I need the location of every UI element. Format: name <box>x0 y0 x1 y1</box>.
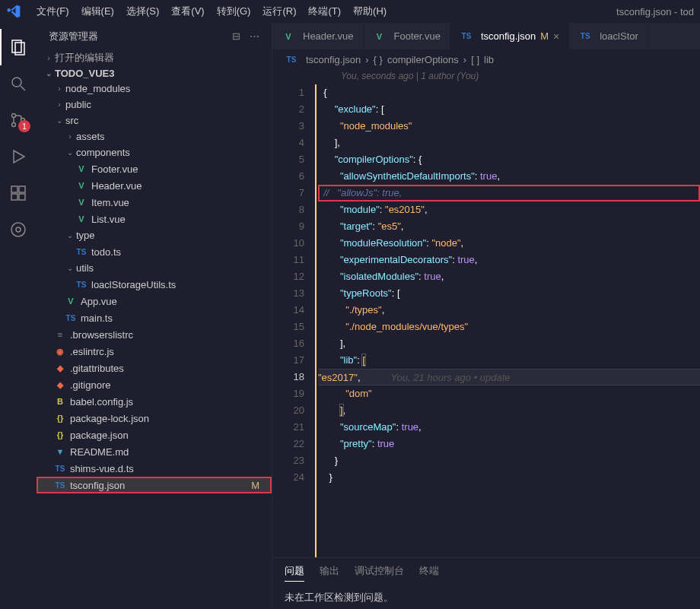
file-item[interactable]: TSloaclStorageUtils.ts <box>37 276 272 293</box>
code-line[interactable]: "typeRoots": [ <box>318 285 700 302</box>
menu-item[interactable]: 选择(S) <box>120 5 165 18</box>
folder-item[interactable]: ⌄utils <box>37 260 272 276</box>
panel-tab[interactable]: 输出 <box>320 564 339 582</box>
code-line[interactable]: "isolatedModules": true, <box>318 268 700 285</box>
file-item[interactable]: TSmain.ts <box>37 309 272 326</box>
code-line[interactable]: "node_modules" <box>318 118 700 135</box>
project-section[interactable]: ⌄ TODO_VUE3 <box>37 66 272 81</box>
file-item[interactable]: ◆.gitattributes <box>37 360 272 376</box>
code-line[interactable]: "sourceMap": true, <box>318 419 700 436</box>
code-line[interactable]: { <box>318 84 700 101</box>
code-line[interactable]: "target": "es5", <box>318 218 700 235</box>
code-line[interactable]: "lib": [ <box>318 352 700 369</box>
source-control-icon[interactable]: 1 <box>0 102 37 138</box>
svg-point-4 <box>12 114 16 118</box>
editor-tab[interactable]: VFooter.vue <box>364 23 450 49</box>
file-item[interactable]: TStodo.ts <box>37 243 272 260</box>
file-item[interactable]: TSshims-vue.d.ts <box>37 460 272 477</box>
sidebar-header: 资源管理器 ⊟ ⋯ <box>37 23 272 49</box>
chevron-down-icon: ⌄ <box>53 116 65 125</box>
file-item[interactable]: VFooter.vue <box>37 160 272 177</box>
menubar: 文件(F)编辑(E)选择(S)查看(V)转到(G)运行(R)终端(T)帮助(H)… <box>0 0 700 23</box>
code-line[interactable]: "es2017",You, 21 hours ago • update <box>318 369 700 385</box>
code-line[interactable]: "experimentalDecorators": true, <box>318 252 700 268</box>
editor-tab[interactable]: TStsconfig.jsonM× <box>450 23 569 49</box>
svg-point-5 <box>12 123 16 127</box>
code-line[interactable]: "module": "es2015", <box>318 201 700 218</box>
code-line[interactable]: ], <box>318 402 700 419</box>
breadcrumb[interactable]: TS tsconfig.json › { } compilerOptions ›… <box>272 49 700 69</box>
svg-rect-7 <box>11 186 18 192</box>
menu-item[interactable]: 编辑(E) <box>75 5 120 18</box>
code-line[interactable]: "exclude": [ <box>318 101 700 118</box>
modified-indicator: M <box>251 480 266 491</box>
folder-item[interactable]: ›public <box>37 97 272 113</box>
file-item[interactable]: ◉.eslintrc.js <box>37 343 272 360</box>
svg-point-11 <box>11 223 25 236</box>
more-icon[interactable]: ⋯ <box>250 30 259 42</box>
menu-item[interactable]: 帮助(H) <box>347 5 393 18</box>
folder-item[interactable]: ›node_modules <box>37 81 272 97</box>
close-icon[interactable]: × <box>553 30 559 43</box>
git-blame-header: You, seconds ago | 1 author (You) <box>272 69 700 84</box>
editor-tab[interactable]: TSloaclStor <box>569 23 648 49</box>
folder-item[interactable]: ›assets <box>37 128 272 144</box>
code-line[interactable]: "moduleResolution": "node", <box>318 235 700 252</box>
editor-tabs: VHeader.vueVFooter.vueTStsconfig.jsonM×T… <box>272 23 700 49</box>
menu-item[interactable]: 转到(G) <box>211 5 257 18</box>
menu-item[interactable]: 查看(V) <box>165 5 210 18</box>
code-line[interactable]: "pretty": true <box>318 436 700 452</box>
extensions-icon[interactable] <box>0 175 37 211</box>
open-editors-section[interactable]: › 打开的编辑器 <box>37 49 272 66</box>
file-item[interactable]: VList.vue <box>37 211 272 227</box>
file-item[interactable]: VApp.vue <box>37 293 272 309</box>
file-item[interactable]: {}package.json <box>37 427 272 443</box>
file-item[interactable]: ◆.gitignore <box>37 376 272 393</box>
file-item[interactable]: VHeader.vue <box>37 177 272 194</box>
code-editor[interactable]: 123456789101112131415161718192021222324 … <box>272 84 700 557</box>
panel-tab[interactable]: 问题 <box>285 564 304 582</box>
remote-icon[interactable] <box>0 211 37 248</box>
search-icon[interactable] <box>0 65 37 102</box>
menu-item[interactable]: 终端(T) <box>302 5 347 18</box>
svg-point-2 <box>12 78 21 87</box>
eslint-icon: ◉ <box>53 345 67 357</box>
file-item[interactable]: ▼README.md <box>37 443 272 460</box>
activity-bar: 1 <box>0 23 37 609</box>
folder-item[interactable]: ⌄type <box>37 227 272 243</box>
file-item[interactable]: Bbabel.config.js <box>37 393 272 410</box>
chevron-right-icon: › <box>43 54 55 62</box>
svg-rect-10 <box>19 186 25 192</box>
code-line[interactable]: "./node_modules/vue/types" <box>318 319 700 335</box>
file-item[interactable]: TStsconfig.jsonM <box>37 477 272 493</box>
menu-item[interactable]: 文件(F) <box>30 5 75 18</box>
code-line[interactable]: ], <box>318 335 700 352</box>
editor-tab[interactable]: VHeader.vue <box>272 23 364 49</box>
chevron-down-icon: ⌄ <box>64 148 76 157</box>
code-line[interactable]: "allowSyntheticDefaultImports": true, <box>318 168 700 185</box>
folder-item[interactable]: ⌄components <box>37 144 272 160</box>
sidebar-action-icon[interactable]: ⊟ <box>232 30 240 42</box>
menu-item[interactable]: 运行(R) <box>256 5 302 18</box>
run-debug-icon[interactable] <box>0 138 37 175</box>
code-line[interactable]: } <box>318 452 700 469</box>
file-item[interactable]: VItem.vue <box>37 194 272 211</box>
code-line[interactable]: ], <box>318 135 700 151</box>
code-line[interactable]: // "allowJs": true, <box>318 185 700 201</box>
code-line[interactable]: "./types", <box>318 302 700 319</box>
svg-line-3 <box>21 86 25 90</box>
vue-icon: V <box>373 30 387 43</box>
code-line[interactable]: "dom" <box>318 385 700 402</box>
ts-icon: TS <box>75 246 88 258</box>
panel-tab[interactable]: 调试控制台 <box>355 564 404 582</box>
folder-item[interactable]: ⌄src <box>37 113 272 128</box>
svg-point-12 <box>16 227 21 232</box>
code-line[interactable]: } <box>318 469 700 486</box>
code-line[interactable]: "compilerOptions": { <box>318 151 700 168</box>
editor-area: VHeader.vueVFooter.vueTStsconfig.jsonM×T… <box>272 23 700 609</box>
explorer-icon[interactable] <box>0 29 37 65</box>
file-item[interactable]: ≡.browserslistrc <box>37 326 272 343</box>
file-item[interactable]: {}package-lock.json <box>37 410 272 427</box>
panel-tab[interactable]: 终端 <box>419 564 439 582</box>
md-icon: ▼ <box>53 446 67 458</box>
